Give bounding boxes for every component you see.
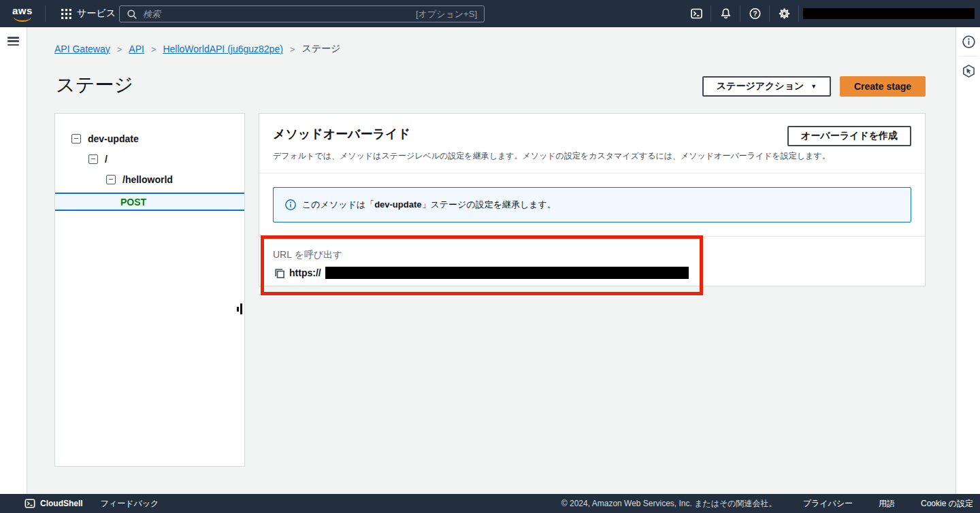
resources-hexagon-icon[interactable] bbox=[956, 56, 980, 85]
stage-actions-label: ステージアクション bbox=[717, 80, 804, 93]
redacted-account-info bbox=[803, 8, 975, 19]
services-menu-button[interactable]: サービス bbox=[56, 0, 121, 27]
copy-icon[interactable] bbox=[273, 267, 285, 279]
invoke-url-text: https:// bbox=[289, 267, 321, 278]
top-navigation-bar: aws サービス [オプション+S] bbox=[0, 0, 980, 27]
stage-resource-tree-panel: dev-update / /helloworld POST bbox=[54, 113, 245, 467]
notifications-bell-icon[interactable] bbox=[711, 0, 740, 27]
tree-item-label: / bbox=[105, 154, 108, 165]
tree-item-helloworld[interactable]: /helloworld bbox=[55, 169, 244, 190]
aws-logo-text: aws bbox=[12, 5, 35, 16]
search-icon bbox=[127, 9, 137, 20]
tree-item-post-method-selected[interactable]: POST bbox=[55, 193, 244, 211]
cookie-settings-link[interactable]: Cookie の設定 bbox=[921, 498, 973, 510]
panel-header: メソッドオーバーライド デフォルトでは、メソッドはステージレベルの設定を継承しま… bbox=[259, 114, 925, 173]
alert-section: このメソッドは「dev-update」ステージの設定を継承します。 bbox=[259, 173, 925, 236]
info-panel-icon[interactable] bbox=[956, 27, 980, 56]
create-stage-button[interactable]: Create stage bbox=[840, 76, 926, 97]
search-input[interactable] bbox=[143, 9, 410, 19]
hamburger-menu-icon[interactable] bbox=[7, 37, 19, 46]
caret-down-icon: ▼ bbox=[811, 83, 817, 90]
tree-item-stage[interactable]: dev-update bbox=[55, 129, 244, 149]
stage-actions-button[interactable]: ステージアクション ▼ bbox=[702, 76, 831, 97]
search-shortcut-hint: [オプション+S] bbox=[416, 8, 477, 20]
breadcrumb-current: ステージ bbox=[301, 43, 340, 55]
cloudshell-footer-button[interactable]: CloudShell bbox=[24, 498, 83, 509]
terms-link[interactable]: 用語 bbox=[879, 498, 895, 510]
collapse-toggle-icon[interactable] bbox=[88, 154, 98, 164]
tree-item-label: /helloworld bbox=[122, 174, 173, 185]
cloudshell-icon[interactable] bbox=[682, 0, 710, 27]
right-rail bbox=[956, 27, 980, 494]
invoke-url-row: https:// bbox=[273, 267, 911, 279]
page-title: ステージ bbox=[56, 72, 133, 98]
left-rail bbox=[0, 27, 27, 494]
redacted-invoke-url bbox=[325, 267, 689, 279]
breadcrumb-helloworldapi[interactable]: HelloWorldAPI (ju6guz82pe) bbox=[163, 44, 282, 54]
method-override-panel: メソッドオーバーライド デフォルトでは、メソッドはステージレベルの設定を継承しま… bbox=[259, 113, 926, 286]
feedback-link[interactable]: フィードバック bbox=[101, 498, 159, 510]
panel-description: デフォルトでは、メソッドはステージレベルの設定を継承します。メソッドの設定をカス… bbox=[273, 150, 911, 162]
alert-stage-name: dev-update bbox=[374, 199, 421, 210]
info-icon bbox=[284, 199, 297, 211]
nav-divider bbox=[45, 5, 46, 22]
create-override-button[interactable]: オーバーライドを作成 bbox=[787, 126, 911, 146]
collapse-toggle-icon[interactable] bbox=[71, 134, 81, 144]
svg-text:?: ? bbox=[753, 10, 757, 18]
privacy-link[interactable]: プライバシー bbox=[803, 498, 853, 510]
alert-text: このメソッドは「dev-update」ステージの設定を継承します。 bbox=[302, 199, 556, 211]
services-label: サービス bbox=[77, 7, 116, 20]
footer-bar: CloudShell フィードバック © 2024, Amazon Web Se… bbox=[0, 494, 980, 513]
nav-divider bbox=[798, 5, 799, 22]
collapse-toggle-icon[interactable] bbox=[106, 175, 116, 184]
global-search[interactable]: [オプション+S] bbox=[119, 5, 485, 22]
text-cursor-artifact bbox=[237, 303, 244, 315]
help-icon[interactable]: ? bbox=[740, 0, 769, 27]
tree-item-label: dev-update bbox=[88, 133, 139, 144]
nav-right-controls: ? bbox=[682, 0, 975, 27]
aws-logo[interactable]: aws bbox=[12, 5, 35, 22]
copyright-text: © 2024, Amazon Web Services, Inc. またはその関… bbox=[561, 498, 777, 510]
aws-smile-icon bbox=[14, 16, 31, 22]
cloudshell-label: CloudShell bbox=[40, 499, 83, 508]
tree-item-root[interactable]: / bbox=[55, 149, 244, 169]
info-alert: このメソッドは「dev-update」ステージの設定を継承します。 bbox=[273, 187, 911, 222]
app-grid-icon bbox=[61, 9, 71, 19]
settings-gear-icon[interactable] bbox=[770, 0, 798, 27]
breadcrumb-api[interactable]: API bbox=[129, 44, 144, 54]
chevron-right-icon: > bbox=[290, 44, 295, 54]
invoke-url-section: URL を呼び出す https:// bbox=[259, 236, 925, 279]
breadcrumb: API Gateway > API > HelloWorldAPI (ju6gu… bbox=[54, 43, 340, 55]
chevron-right-icon: > bbox=[117, 44, 122, 54]
method-label: POST bbox=[120, 197, 146, 208]
chevron-right-icon: > bbox=[151, 44, 157, 54]
cloudshell-icon bbox=[24, 498, 35, 509]
invoke-url-label: URL を呼び出す bbox=[273, 249, 911, 261]
breadcrumb-api-gateway[interactable]: API Gateway bbox=[54, 44, 110, 54]
